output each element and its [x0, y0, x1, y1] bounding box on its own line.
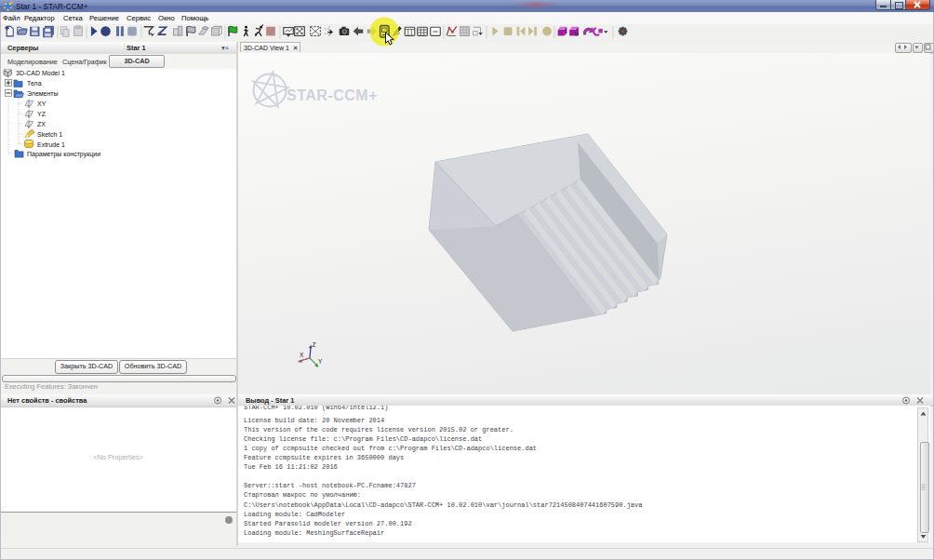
- svg-text:3D-CAD Model 1: 3D-CAD Model 1: [16, 70, 65, 76]
- svg-text:ZX: ZX: [37, 121, 46, 127]
- svg-text:Элементы: Элементы: [27, 90, 59, 97]
- svg-text:Тела: Тела: [27, 80, 42, 87]
- svg-text:XY: XY: [37, 100, 47, 107]
- svg-text:YZ: YZ: [37, 111, 47, 117]
- svg-text:Параметры конструкции: Параметры конструкции: [27, 151, 100, 158]
- svg-text:Extrude 1: Extrude 1: [37, 141, 65, 148]
- svg-text:Sketch 1: Sketch 1: [37, 131, 62, 138]
